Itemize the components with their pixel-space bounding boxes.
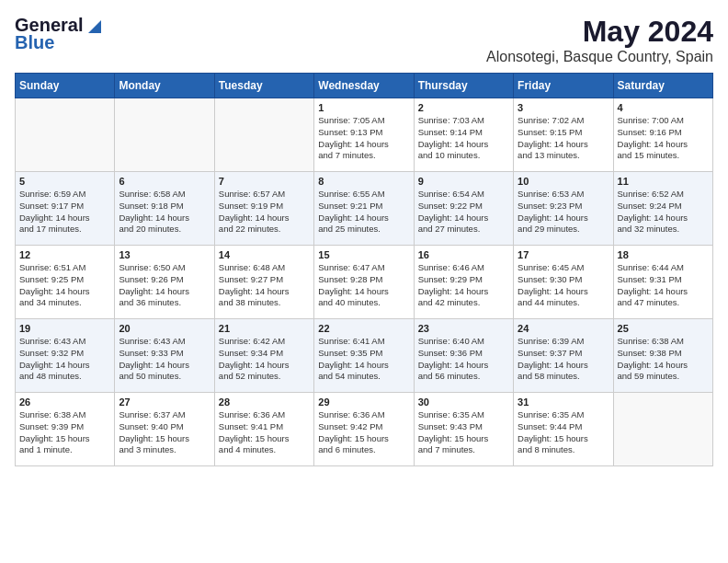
day-number: 16 xyxy=(418,249,509,260)
day-number: 20 xyxy=(119,323,210,334)
table-row: 31Sunrise: 6:35 AM Sunset: 9:44 PM Dayli… xyxy=(514,393,613,466)
location-title: Alonsotegi, Basque Country, Spain xyxy=(486,49,713,65)
day-number: 12 xyxy=(19,249,110,260)
table-row: 7Sunrise: 6:57 AM Sunset: 9:19 PM Daylig… xyxy=(214,172,313,246)
table-row: 1Sunrise: 7:05 AM Sunset: 9:13 PM Daylig… xyxy=(314,98,414,172)
day-number: 21 xyxy=(219,323,310,334)
day-number: 29 xyxy=(318,396,409,408)
cell-info: Sunrise: 6:44 AM Sunset: 9:31 PM Dayligh… xyxy=(618,262,709,309)
table-row: 30Sunrise: 6:35 AM Sunset: 9:43 PM Dayli… xyxy=(414,393,513,466)
table-row: 15Sunrise: 6:47 AM Sunset: 9:28 PM Dayli… xyxy=(314,246,414,319)
cell-info: Sunrise: 6:57 AM Sunset: 9:19 PM Dayligh… xyxy=(219,189,310,236)
day-number: 22 xyxy=(318,323,409,334)
cell-info: Sunrise: 6:41 AM Sunset: 9:35 PM Dayligh… xyxy=(318,336,409,383)
table-row: 24Sunrise: 6:39 AM Sunset: 9:37 PM Dayli… xyxy=(514,319,613,393)
cell-info: Sunrise: 6:37 AM Sunset: 9:40 PM Dayligh… xyxy=(119,409,210,456)
logo-icon xyxy=(85,17,101,33)
table-row xyxy=(214,98,313,172)
title-block: May 2024 Alonsotegi, Basque Country, Spa… xyxy=(486,15,713,65)
day-number: 1 xyxy=(318,102,409,113)
cell-info: Sunrise: 6:35 AM Sunset: 9:43 PM Dayligh… xyxy=(418,409,509,456)
cell-info: Sunrise: 6:36 AM Sunset: 9:42 PM Dayligh… xyxy=(318,409,409,456)
month-title: May 2024 xyxy=(486,15,713,49)
page-header: General Blue May 2024 Alonsotegi, Basque… xyxy=(15,15,713,65)
day-number: 17 xyxy=(518,249,609,260)
table-row xyxy=(115,98,214,172)
table-row: 5Sunrise: 6:59 AM Sunset: 9:17 PM Daylig… xyxy=(16,172,115,246)
cell-info: Sunrise: 6:47 AM Sunset: 9:28 PM Dayligh… xyxy=(318,262,409,309)
day-number: 14 xyxy=(219,249,310,260)
cell-info: Sunrise: 6:35 AM Sunset: 9:44 PM Dayligh… xyxy=(518,409,609,456)
cell-info: Sunrise: 6:51 AM Sunset: 9:25 PM Dayligh… xyxy=(19,262,110,309)
cell-info: Sunrise: 6:45 AM Sunset: 9:30 PM Dayligh… xyxy=(518,262,609,309)
day-number: 10 xyxy=(518,176,609,187)
day-header-thursday: Thursday xyxy=(414,74,513,98)
table-row xyxy=(613,393,712,466)
table-row: 9Sunrise: 6:54 AM Sunset: 9:22 PM Daylig… xyxy=(414,172,513,246)
day-number: 24 xyxy=(518,323,609,334)
table-row: 8Sunrise: 6:55 AM Sunset: 9:21 PM Daylig… xyxy=(314,172,414,246)
cell-info: Sunrise: 6:43 AM Sunset: 9:32 PM Dayligh… xyxy=(19,336,110,383)
table-row: 2Sunrise: 7:03 AM Sunset: 9:14 PM Daylig… xyxy=(414,98,513,172)
cell-info: Sunrise: 6:38 AM Sunset: 9:38 PM Dayligh… xyxy=(618,336,709,383)
table-row: 27Sunrise: 6:37 AM Sunset: 9:40 PM Dayli… xyxy=(115,393,214,466)
day-header-saturday: Saturday xyxy=(613,74,712,98)
table-row: 22Sunrise: 6:41 AM Sunset: 9:35 PM Dayli… xyxy=(314,319,414,393)
logo-blue-text: Blue xyxy=(15,32,54,53)
day-number: 31 xyxy=(518,396,609,408)
day-number: 19 xyxy=(19,323,110,334)
cell-info: Sunrise: 6:39 AM Sunset: 9:37 PM Dayligh… xyxy=(518,336,609,383)
day-number: 5 xyxy=(19,176,110,187)
cell-info: Sunrise: 6:52 AM Sunset: 9:24 PM Dayligh… xyxy=(618,189,709,236)
logo: General Blue xyxy=(15,15,101,53)
table-row: 18Sunrise: 6:44 AM Sunset: 9:31 PM Dayli… xyxy=(613,246,712,319)
table-row: 13Sunrise: 6:50 AM Sunset: 9:26 PM Dayli… xyxy=(115,246,214,319)
cell-info: Sunrise: 6:40 AM Sunset: 9:36 PM Dayligh… xyxy=(418,336,509,383)
table-row: 17Sunrise: 6:45 AM Sunset: 9:30 PM Dayli… xyxy=(514,246,613,319)
cell-info: Sunrise: 6:42 AM Sunset: 9:34 PM Dayligh… xyxy=(219,336,310,383)
day-number: 3 xyxy=(518,102,609,113)
table-row: 29Sunrise: 6:36 AM Sunset: 9:42 PM Dayli… xyxy=(314,393,414,466)
cell-info: Sunrise: 6:46 AM Sunset: 9:29 PM Dayligh… xyxy=(418,262,509,309)
calendar-table: SundayMondayTuesdayWednesdayThursdayFrid… xyxy=(15,73,713,466)
day-number: 2 xyxy=(418,102,509,113)
day-number: 13 xyxy=(119,249,210,260)
day-number: 27 xyxy=(119,396,210,408)
table-row: 12Sunrise: 6:51 AM Sunset: 9:25 PM Dayli… xyxy=(16,246,115,319)
day-number: 7 xyxy=(219,176,310,187)
day-number: 15 xyxy=(318,249,409,260)
day-header-sunday: Sunday xyxy=(16,74,115,98)
table-row: 23Sunrise: 6:40 AM Sunset: 9:36 PM Dayli… xyxy=(414,319,513,393)
cell-info: Sunrise: 6:36 AM Sunset: 9:41 PM Dayligh… xyxy=(219,409,310,456)
cell-info: Sunrise: 6:53 AM Sunset: 9:23 PM Dayligh… xyxy=(518,189,609,236)
svg-marker-0 xyxy=(88,20,101,33)
day-number: 23 xyxy=(418,323,509,334)
cell-info: Sunrise: 7:03 AM Sunset: 9:14 PM Dayligh… xyxy=(418,115,509,162)
day-number: 30 xyxy=(418,396,509,408)
table-row: 4Sunrise: 7:00 AM Sunset: 9:16 PM Daylig… xyxy=(613,98,712,172)
table-row: 28Sunrise: 6:36 AM Sunset: 9:41 PM Dayli… xyxy=(214,393,313,466)
day-number: 25 xyxy=(618,323,709,334)
cell-info: Sunrise: 6:50 AM Sunset: 9:26 PM Dayligh… xyxy=(119,262,210,309)
table-row: 26Sunrise: 6:38 AM Sunset: 9:39 PM Dayli… xyxy=(16,393,115,466)
cell-info: Sunrise: 6:58 AM Sunset: 9:18 PM Dayligh… xyxy=(119,189,210,236)
table-row: 11Sunrise: 6:52 AM Sunset: 9:24 PM Dayli… xyxy=(613,172,712,246)
day-number: 11 xyxy=(618,176,709,187)
table-row: 20Sunrise: 6:43 AM Sunset: 9:33 PM Dayli… xyxy=(115,319,214,393)
day-number: 9 xyxy=(418,176,509,187)
cell-info: Sunrise: 6:54 AM Sunset: 9:22 PM Dayligh… xyxy=(418,189,509,236)
table-row: 3Sunrise: 7:02 AM Sunset: 9:15 PM Daylig… xyxy=(514,98,613,172)
day-header-wednesday: Wednesday xyxy=(314,74,414,98)
day-number: 8 xyxy=(318,176,409,187)
cell-info: Sunrise: 7:02 AM Sunset: 9:15 PM Dayligh… xyxy=(518,115,609,162)
table-row: 10Sunrise: 6:53 AM Sunset: 9:23 PM Dayli… xyxy=(514,172,613,246)
cell-info: Sunrise: 6:38 AM Sunset: 9:39 PM Dayligh… xyxy=(19,409,110,456)
day-header-friday: Friday xyxy=(514,74,613,98)
day-number: 26 xyxy=(19,396,110,408)
cell-info: Sunrise: 6:59 AM Sunset: 9:17 PM Dayligh… xyxy=(19,189,110,236)
cell-info: Sunrise: 6:55 AM Sunset: 9:21 PM Dayligh… xyxy=(318,189,409,236)
day-number: 6 xyxy=(119,176,210,187)
table-row: 14Sunrise: 6:48 AM Sunset: 9:27 PM Dayli… xyxy=(214,246,313,319)
day-header-monday: Monday xyxy=(115,74,214,98)
table-row: 21Sunrise: 6:42 AM Sunset: 9:34 PM Dayli… xyxy=(214,319,313,393)
